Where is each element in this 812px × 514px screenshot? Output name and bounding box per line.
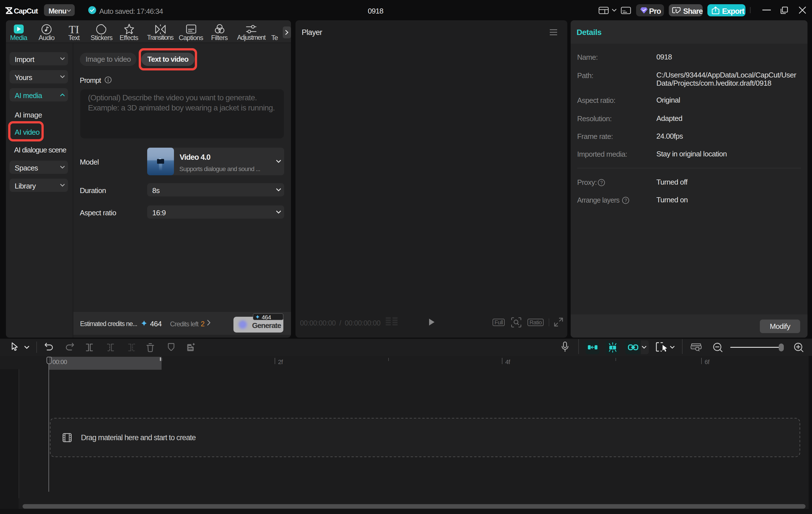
svg-text:?: ?	[600, 180, 603, 185]
svg-text:?: ?	[625, 198, 627, 203]
